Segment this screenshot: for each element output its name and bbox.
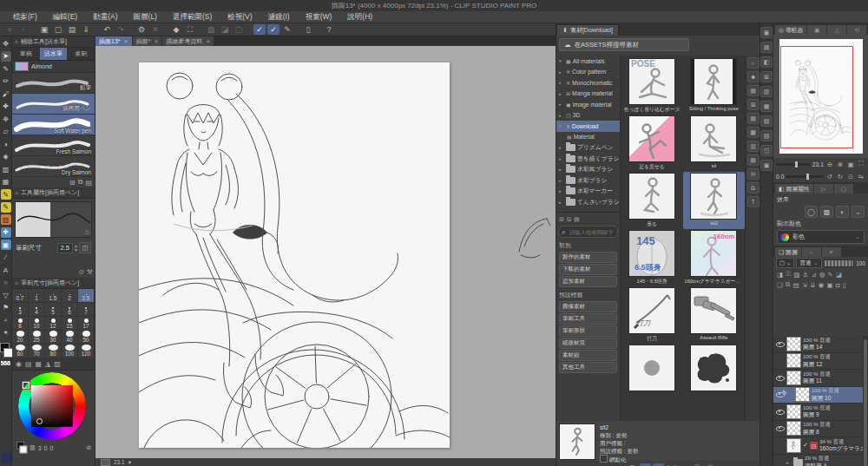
rotate-left-icon[interactable]: ↺ [825, 173, 834, 180]
tag-filter-button[interactable]: 圖像素材 [559, 301, 617, 312]
paste-material-icon[interactable]: ⎘ [692, 463, 703, 466]
crop-icon[interactable]: ⛶ [184, 24, 196, 35]
material-search-box[interactable]: ⌕ [558, 226, 618, 238]
brush-size-preset[interactable]: 20 [12, 331, 29, 345]
eraser-tool-icon[interactable]: ▱ [1, 127, 11, 137]
add-brush-icon[interactable]: ⊞ [69, 179, 76, 187]
brush-item-almond[interactable]: Almond [12, 61, 95, 73]
pencil-tool-icon[interactable]: ✏ [1, 76, 11, 87]
opacity-slider[interactable] [824, 259, 854, 267]
close-tab-icon[interactable]: ✕ [154, 38, 158, 44]
brush-item[interactable]: 鉛筆 [12, 73, 95, 94]
layer-search-tab-icon[interactable]: ⌕ [802, 247, 821, 257]
search-assets-button[interactable]: ☁ 在ASSETS裡搜尋素材 [559, 38, 689, 51]
canvas-tab[interactable]: 描繪參考資料✕ [162, 36, 214, 46]
brush-size-stepper[interactable]: ▴▾ [75, 244, 77, 253]
category-filter-button[interactable]: 下載的素材 [559, 264, 617, 275]
brush-size-preset[interactable]: 12 [45, 317, 62, 331]
layer-row[interactable]: 100 % 普通圖層 8 [773, 421, 863, 438]
display-color-dropdown[interactable]: 彩色 ⌄ [777, 230, 865, 244]
brush-size-preset[interactable]: 3 [12, 303, 29, 317]
eyedropper-tool-icon[interactable]: ✶ [1, 328, 11, 338]
merge-layer-icon[interactable]: ◉ [819, 281, 825, 289]
layer-row[interactable]: 100 % 普通圖層 9 [773, 404, 863, 421]
ruler-icon[interactable]: ⊿ [811, 271, 816, 279]
folder-settings-icon[interactable]: ▤ [574, 216, 580, 223]
small-grid-view-icon[interactable]: ⋮⋮ [666, 463, 677, 466]
new-folder-icon[interactable]: ⊞ [559, 216, 564, 223]
tree-item-color-pattern[interactable]: ▸✕Color pattern [556, 67, 620, 78]
delete-brush-icon[interactable]: ▤ [85, 179, 92, 187]
mask-layer-icon[interactable]: ▣ [826, 281, 832, 289]
new-layer-icon[interactable]: ❏ [777, 281, 783, 289]
panel-quick-icon-4[interactable]: ⊠ [760, 71, 773, 82]
brush-size-dynamics-button[interactable]: ◫ [79, 242, 91, 253]
material-item-sit[interactable]: sit [683, 115, 745, 172]
decoration-tool-icon[interactable]: ❉ [1, 114, 11, 124]
reset-rotation-icon[interactable]: ⊙ [846, 173, 855, 180]
border-effect-icon[interactable]: ◯ [805, 206, 818, 218]
layer-thumbnail[interactable] [786, 421, 801, 436]
tag-filter-button[interactable]: 素材組 [559, 350, 617, 361]
brush-size-preset[interactable]: 100 [62, 345, 78, 358]
color-wheel[interactable] [12, 371, 95, 442]
material-item-sitting-thinking[interactable]: Sitting / Thinking pose [683, 57, 745, 115]
brush-size-preset[interactable]: 4 [29, 303, 45, 317]
switch-workspace-button[interactable] [1, 453, 11, 463]
tree-item-manga-material[interactable]: ▸⊞Manga material [556, 89, 620, 100]
brush-item-selected[interactable]: 插画用ペン [12, 94, 95, 115]
canvas-tab-active[interactable]: 插圖13*✕ [95, 36, 132, 46]
lock-icon[interactable]: ⚿ [85, 229, 89, 236]
category-filter-button[interactable]: 追加素材 [559, 276, 617, 287]
brush-size-preset[interactable]: 1 [29, 289, 45, 303]
brush-size-preset[interactable]: 2 [62, 289, 78, 303]
fill-icon[interactable]: ◆ [170, 24, 182, 35]
navigator-tab[interactable]: ◎導航器 [775, 25, 806, 35]
subtool-tab-brush[interactable]: 畫刷 [67, 48, 95, 60]
info-tab-icon[interactable]: △ [827, 25, 846, 35]
panel-quick-icon-2[interactable]: ▤ [760, 42, 773, 53]
visibility-eye-icon[interactable] [776, 408, 784, 416]
layer-row-3d[interactable]: ✓ ◳ 34 % 普通160cmグラマラス [773, 437, 863, 455]
tablet-companion-icon[interactable]: ▯ [302, 24, 314, 35]
blend-mode-dropdown[interactable]: 普通⌄ [796, 258, 821, 268]
brush-size-preset[interactable]: 15 [62, 317, 78, 331]
search-material-icon[interactable]: ⌕ [747, 57, 760, 69]
sync-icon[interactable]: ○ [718, 463, 729, 466]
brush-size-preset[interactable]: 8 [12, 317, 29, 331]
fill-tool-icon[interactable]: ◈ [1, 152, 11, 162]
tree-item-image-material[interactable]: ▸▣Image material [556, 99, 620, 110]
tree-item-cloud-brush[interactable]: ▸雲を描くブラシ [556, 154, 620, 165]
materials-panel-tab[interactable]: ⬇ 素材[Download] [556, 24, 619, 36]
panel-quick-icon-8[interactable]: ▨ [760, 130, 773, 141]
pasteboard[interactable] [95, 46, 556, 458]
canvas-page[interactable] [139, 62, 450, 448]
custom-add-icon[interactable]: ✚ [1, 227, 11, 238]
folder-up-icon[interactable]: ⧉ [567, 216, 571, 223]
close-tab-icon[interactable]: ✕ [124, 38, 128, 44]
add-profile-icon[interactable]: ☻ [747, 71, 760, 82]
menu-item[interactable]: 檢視(V) [220, 12, 260, 23]
panel-quick-icon-10[interactable]: ▣ [760, 160, 773, 171]
palette-icon[interactable]: ◪ [836, 271, 842, 279]
custom-brush-icon[interactable]: ▧ [1, 214, 11, 225]
paste-disabled-icon[interactable]: ⎗ [705, 463, 716, 466]
collapse-left-icon[interactable]: « [3, 24, 16, 35]
panel-quick-icon-9[interactable]: ◫ [760, 145, 773, 156]
layer-row[interactable]: 100 % 普通圖層 14 [773, 336, 863, 353]
material-item-splatter-brush[interactable] [683, 344, 745, 393]
transparent-color-chip[interactable] [1, 361, 10, 365]
move-tool-icon[interactable]: ✥ [1, 38, 11, 49]
figure-tool-icon[interactable]: ▦ [1, 177, 11, 187]
lasso-tool-icon[interactable]: ○ [1, 278, 11, 288]
set-reference-icon[interactable]: ⚓ [802, 271, 808, 279]
brush-size-preset[interactable]: 40 [62, 331, 78, 345]
brush-item[interactable]: Soft Water pen [12, 115, 95, 135]
color-swatches-small[interactable] [16, 442, 25, 454]
delete-layer-icon[interactable]: ▯ [842, 281, 845, 289]
layer-color-effect-icon[interactable]: ◐ [836, 206, 849, 218]
snap-ruler-icon[interactable]: ✓ [253, 24, 266, 35]
material-item-katana[interactable]: 打刀 打刀 [621, 286, 682, 344]
pen-tool-icon[interactable]: ✎ [1, 63, 11, 74]
brush-size-preset[interactable]: 5 [45, 303, 62, 317]
